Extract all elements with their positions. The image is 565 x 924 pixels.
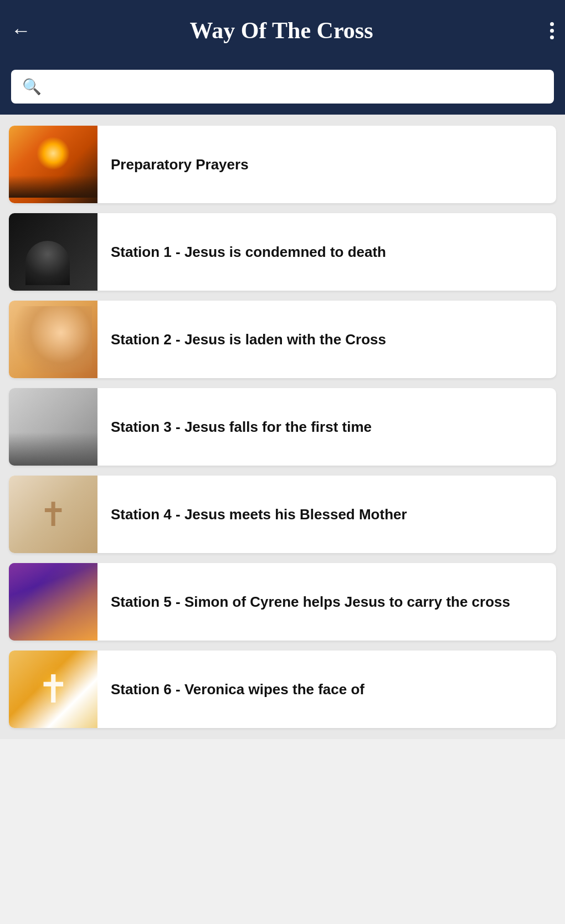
list-item[interactable]: Station 1 - Jesus is condemned to death [9,213,556,291]
page-title: Way Of The Cross [42,17,521,44]
list-item-label: Station 5 - Simon of Cyrene helps Jesus … [97,581,523,623]
list-item-label: Station 4 - Jesus meets his Blessed Moth… [97,493,420,535]
search-bar[interactable]: 🔍 [11,70,554,104]
menu-button[interactable] [550,22,554,39]
menu-dot [550,29,554,33]
list-item-image [9,476,97,553]
list-item-image [9,301,97,378]
app-header: ← Way Of The Cross [0,0,565,61]
item-list: Preparatory PrayersStation 1 - Jesus is … [0,115,565,739]
list-item-label: Preparatory Prayers [97,143,262,185]
list-item[interactable]: Station 2 - Jesus is laden with the Cros… [9,301,556,378]
list-item[interactable]: Station 3 - Jesus falls for the first ti… [9,388,556,466]
search-icon: 🔍 [22,78,42,96]
list-item-label: Station 2 - Jesus is laden with the Cros… [97,318,399,360]
list-item-image [9,126,97,203]
list-item-image [9,563,97,641]
search-container: 🔍 [0,61,565,115]
list-item-image [9,213,97,291]
item-thumbnail [9,651,97,728]
list-item-label: Station 1 - Jesus is condemned to death [97,231,399,273]
menu-dot [550,22,554,26]
item-thumbnail [9,563,97,641]
list-item-label: Station 3 - Jesus falls for the first ti… [97,406,385,448]
item-thumbnail [9,476,97,553]
item-thumbnail [9,213,97,291]
list-item[interactable]: Station 5 - Simon of Cyrene helps Jesus … [9,563,556,641]
search-input[interactable] [49,79,543,95]
list-item-image [9,651,97,728]
list-item[interactable]: Station 4 - Jesus meets his Blessed Moth… [9,476,556,553]
list-item[interactable]: Station 6 - Veronica wipes the face of [9,651,556,728]
item-thumbnail [9,126,97,203]
menu-dot [550,35,554,39]
item-thumbnail [9,388,97,466]
item-thumbnail [9,301,97,378]
list-item-image [9,388,97,466]
back-button[interactable]: ← [11,19,31,42]
list-item[interactable]: Preparatory Prayers [9,126,556,203]
list-item-label: Station 6 - Veronica wipes the face of [97,668,378,710]
